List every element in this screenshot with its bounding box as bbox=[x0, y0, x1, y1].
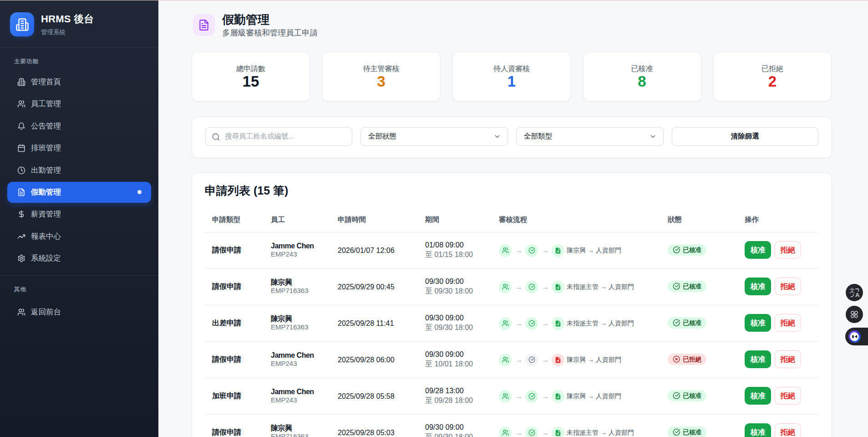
svg-text:A: A bbox=[855, 292, 859, 298]
svg-text:文: 文 bbox=[849, 288, 855, 294]
